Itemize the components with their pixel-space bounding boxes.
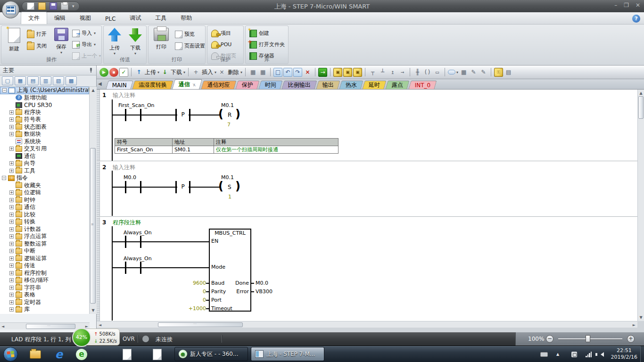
pin-value[interactable]: 0 <box>182 297 206 303</box>
status-chart-view-icon[interactable]: ▤ <box>27 76 39 85</box>
tray-hidden-icons[interactable]: ▲ <box>556 346 559 362</box>
expand-icon[interactable]: + <box>9 249 14 253</box>
taskbar-clock[interactable]: 22:51 2019/2/16 <box>611 347 637 361</box>
editor-tab-延时[interactable]: 延时 <box>362 81 386 89</box>
print-button[interactable]: 打印 <box>150 28 172 50</box>
ie-taskbar-icon[interactable]: e <box>53 348 65 361</box>
tree-item[interactable]: 系统块 <box>0 138 89 146</box>
tab-close-icon[interactable]: x <box>192 82 196 87</box>
editor-tab-温湿度转换[interactable]: 温湿度转换 <box>132 81 173 89</box>
tree-item-label[interactable]: 通信 <box>24 152 35 160</box>
library-open-folder-button[interactable]: 打开文件夹 <box>249 40 285 49</box>
key-icon[interactable]: ⚿ <box>494 68 503 77</box>
tree-vertical-scrollbar[interactable]: ▲ ▼ ≡ <box>90 87 97 314</box>
tree-item[interactable]: 收藏夹 <box>0 182 89 189</box>
compile-icon[interactable]: ✓ <box>119 68 128 77</box>
edge-type[interactable]: P <box>177 183 189 191</box>
expand-icon[interactable]: + <box>9 256 14 261</box>
tree-item-label[interactable]: 系统块 <box>24 138 41 146</box>
scroll-up-icon[interactable]: ▲ <box>90 88 97 92</box>
expand-icon[interactable]: + <box>9 161 14 165</box>
tree-item-label[interactable]: 比较 <box>24 211 35 219</box>
coil-operand[interactable]: 7 <box>227 122 231 128</box>
expand-icon[interactable]: + <box>9 278 14 282</box>
coil-type[interactable]: R <box>228 112 231 118</box>
tree-item[interactable]: +浮点运算 <box>0 233 89 240</box>
tree-item-label[interactable]: 通信 <box>24 203 35 211</box>
editor-hscroll-thumb[interactable] <box>158 322 243 327</box>
tray-volume-icon[interactable] <box>601 346 604 362</box>
tree-item[interactable]: +移位/循环 <box>0 277 89 284</box>
tree-item[interactable]: +符号表 <box>0 116 89 123</box>
insert-label[interactable]: 插入 <box>202 68 213 76</box>
scroll-left-icon[interactable]: ◄ <box>99 323 101 327</box>
preview-button[interactable]: 预览 <box>175 30 195 39</box>
editor-tab-保护[interactable]: 保护 <box>235 81 259 89</box>
tree-item[interactable]: +程序控制 <box>0 270 89 277</box>
editor-tab-通信对应[interactable]: 通信对应 <box>201 81 236 89</box>
expand-icon[interactable]: + <box>9 293 14 297</box>
delete-label[interactable]: 删除 <box>228 68 239 76</box>
menu-tab-3[interactable]: 视图 <box>73 12 98 24</box>
editor-tab-热水[interactable]: 热水 <box>339 81 363 89</box>
tree-item[interactable]: −上海 (C:\Users\Administrator.. <box>0 87 89 94</box>
tree-item-label[interactable]: 时钟 <box>24 196 35 204</box>
editor-tab-比例输出[interactable]: 比例输出 <box>281 81 317 89</box>
edit-table-icon[interactable]: ✎ <box>479 68 488 77</box>
coil-operand[interactable]: 1 <box>228 194 231 200</box>
tree-item-label[interactable]: 交叉引用 <box>24 145 47 153</box>
menu-tab-1[interactable]: 文件 <box>21 12 47 24</box>
tree-item[interactable]: +库 <box>0 306 89 313</box>
window-item-icon[interactable]: □ <box>273 68 282 77</box>
tree-item[interactable]: +数据块 <box>0 131 89 138</box>
editor-horizontal-scrollbar[interactable]: ◄ ► ⋯ <box>97 321 637 328</box>
delete-icon[interactable]: × <box>217 68 226 77</box>
tree-item-label[interactable]: 符号表 <box>24 115 41 123</box>
editor-tab-输出[interactable]: 输出 <box>316 81 340 89</box>
tree-item-label[interactable]: 定时器 <box>24 298 41 306</box>
document-taskbar-icon[interactable] <box>121 348 133 361</box>
new-button[interactable]: 新建 <box>3 28 25 52</box>
expand-icon[interactable]: + <box>9 227 14 231</box>
tree-item-label[interactable]: 状态图表 <box>24 123 47 131</box>
tree-item[interactable]: +字符串 <box>0 284 89 292</box>
library-create-button[interactable]: 创建 <box>249 29 269 38</box>
network-monitor-badge[interactable]: 42% <box>72 328 91 347</box>
tree-item[interactable]: ?新增功能 <box>0 94 89 102</box>
contact-icon[interactable]: ╫ <box>413 68 422 77</box>
tree-item[interactable]: +传送 <box>0 262 89 270</box>
download-icon[interactable]: ↓ <box>160 68 169 77</box>
open-icon[interactable] <box>38 2 46 10</box>
save-icon[interactable] <box>50 2 57 10</box>
upload-label[interactable]: 上传 <box>145 68 156 76</box>
run-icon[interactable]: ▶ <box>99 68 108 77</box>
expand-icon[interactable]: + <box>9 190 14 195</box>
network-comment[interactable]: 输入注释 <box>113 91 135 99</box>
tree-item[interactable]: +位逻辑 <box>0 189 89 197</box>
scroll-right-icon[interactable]: ► <box>633 323 636 327</box>
address-tag-icon[interactable] <box>448 70 455 74</box>
tree-item[interactable]: +程序块 <box>0 109 89 116</box>
tree-item[interactable]: 通信 <box>0 153 89 160</box>
menu-tab-7[interactable]: 帮助 <box>173 12 199 24</box>
tree-item[interactable]: +交叉引用 <box>0 145 89 153</box>
tray-network-icon[interactable] <box>586 346 592 362</box>
document-taskbar-icon[interactable] <box>151 348 163 361</box>
address-col-header[interactable]: 地址 <box>173 139 214 146</box>
help-icon[interactable]: ? <box>632 15 640 23</box>
properties-icon[interactable]: ▤ <box>504 68 513 77</box>
expand-icon[interactable]: + <box>9 234 14 239</box>
download-menu-arrow-icon[interactable]: ▾ <box>183 70 185 74</box>
explorer-taskbar-icon[interactable] <box>29 348 41 361</box>
tree-item[interactable]: −指令 <box>0 174 89 182</box>
pin-value[interactable]: 9600 <box>182 280 206 286</box>
scroll-down-icon[interactable]: ▼ <box>90 308 97 313</box>
show-desktop-button[interactable] <box>640 346 644 362</box>
zoom-slider-track[interactable] <box>558 338 622 339</box>
expand-icon[interactable]: + <box>9 271 14 275</box>
tree-item-label[interactable]: 程序块 <box>24 108 41 116</box>
symbol-cell[interactable]: First_Scan_On <box>115 146 173 154</box>
tree-item-label[interactable]: 传送 <box>24 262 35 270</box>
tree-item-label[interactable]: 逻辑运算 <box>24 255 47 263</box>
menu-tab-5[interactable]: 调试 <box>123 12 148 24</box>
